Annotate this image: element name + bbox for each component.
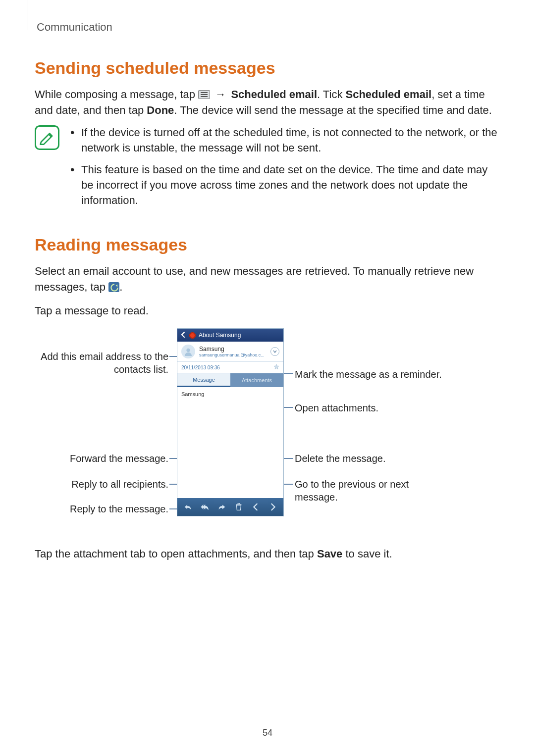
- page-number: 54: [0, 728, 535, 738]
- email-subject: About Samsung: [199, 332, 241, 339]
- section1-paragraph: While composing a message, tap → Schedul…: [35, 87, 500, 118]
- reply-all-button[interactable]: [200, 502, 210, 512]
- bold-save: Save: [317, 548, 342, 560]
- arrow-icon: →: [213, 88, 228, 101]
- text: Select an email account to use, and new …: [35, 265, 474, 293]
- text: to save it.: [342, 548, 392, 560]
- text: . Tick: [317, 88, 345, 101]
- bold-scheduled-email: Scheduled email: [231, 88, 317, 101]
- forward-button[interactable]: [217, 502, 227, 512]
- refresh-icon: [108, 282, 119, 292]
- callout-forward: Forward the message.: [35, 452, 168, 465]
- section2-paragraph2: Tap a message to read.: [35, 303, 500, 319]
- email-toolbar: [177, 498, 283, 516]
- reply-button[interactable]: [183, 502, 193, 512]
- bold-done: Done: [147, 104, 174, 116]
- callout-add-contact: Add this email address to the contacts l…: [35, 350, 168, 376]
- callout-delete: Delete the message.: [295, 452, 453, 465]
- note-item: If the device is turned off at the sched…: [70, 125, 500, 156]
- delete-button[interactable]: [234, 502, 244, 512]
- email-body: Samsung: [177, 387, 283, 494]
- callout-prev-next: Go to the previous or next message.: [295, 478, 453, 504]
- bold-scheduled-email-2: Scheduled email: [346, 88, 432, 101]
- prev-message-button[interactable]: [251, 502, 261, 512]
- text: While composing a message, tap: [35, 88, 198, 101]
- note-item: This feature is based on the time and da…: [70, 162, 500, 208]
- svg-point-0: [186, 349, 190, 352]
- callout-reminder: Mark the message as a reminder.: [295, 368, 453, 381]
- callout-reply: Reply to the message.: [35, 503, 168, 515]
- section2-paragraph1: Select an email account to use, and new …: [35, 263, 500, 295]
- sender-avatar[interactable]: [181, 345, 195, 358]
- next-message-button[interactable]: [268, 502, 278, 512]
- email-date: 20/11/2013 09:36: [181, 365, 220, 370]
- text: Tap the attachment tab to open attachmen…: [35, 548, 317, 560]
- chapter-title: Communication: [37, 21, 500, 34]
- figure-reading-message: Add this email address to the contacts l…: [35, 328, 500, 531]
- star-icon[interactable]: [273, 364, 279, 371]
- note-icon: [35, 125, 59, 150]
- attachment-paragraph: Tap the attachment tab to open attachmen…: [35, 546, 500, 562]
- sender-email: samsungusermanual@yahoo.c...: [199, 353, 267, 357]
- text: . The device will send the message at th…: [174, 104, 492, 116]
- tab-attachments[interactable]: Attachments: [230, 373, 283, 387]
- tab-message[interactable]: Message: [177, 373, 230, 387]
- heading-sending-scheduled: Sending scheduled messages: [35, 58, 500, 78]
- note-block: If the device is turned off at the sched…: [35, 125, 500, 215]
- sender-name: Samsung: [199, 346, 267, 353]
- callout-open-attachments: Open attachments.: [295, 402, 453, 414]
- back-icon[interactable]: [180, 332, 186, 339]
- heading-reading-messages: Reading messages: [35, 235, 500, 254]
- expand-sender-button[interactable]: [270, 347, 279, 356]
- callout-reply-all: Reply to all recipients.: [35, 478, 168, 491]
- text: .: [119, 281, 122, 293]
- email-titlebar[interactable]: About Samsung: [177, 329, 283, 342]
- menu-icon: [198, 90, 210, 99]
- app-badge-icon: [189, 332, 196, 339]
- phone-screenshot: About Samsung Samsung samsungusermanual@…: [177, 328, 284, 516]
